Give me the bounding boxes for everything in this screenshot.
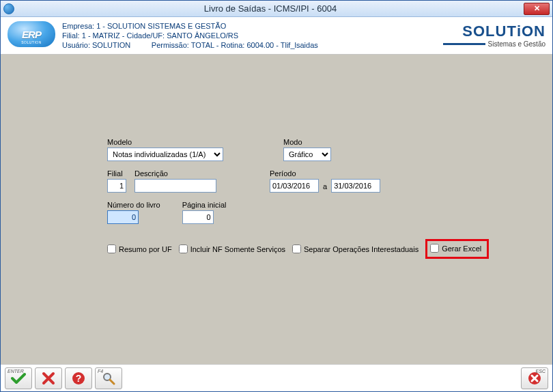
svg-line-3 [110, 380, 114, 384]
modo-select[interactable]: Gráfico [283, 148, 331, 161]
cancel-button[interactable] [35, 367, 62, 389]
form: Modelo Notas individualizadas (1/A) Modo… [107, 138, 503, 259]
numero-label: Número do livro [107, 201, 160, 209]
descricao-label: Descrição [134, 169, 216, 178]
enter-button[interactable]: ENTER [5, 367, 32, 389]
window-title: Livro de Saídas - ICMS/IPI - 6004 [17, 3, 524, 14]
x-icon [42, 372, 55, 385]
modelo-select[interactable]: Notas individualizadas (1/A) [107, 148, 223, 161]
incluir-nf-checkbox[interactable] [179, 244, 188, 253]
help-icon: ? [71, 371, 86, 386]
gerar-excel-checkbox[interactable] [430, 244, 439, 253]
pagina-label: Página inicial [182, 201, 227, 209]
user-line: Usuário: SOLUTION Permissão: TOTAL - Rot… [62, 40, 443, 50]
help-button[interactable]: ? [65, 367, 92, 389]
window-close-button[interactable]: ✕ [524, 3, 550, 15]
footer-toolbar: ENTER ? F4 ESC [1, 364, 552, 391]
gerar-excel-highlight: Gerar Excel [425, 239, 489, 259]
brand-name: SOLUTiON [443, 23, 545, 40]
search-button[interactable]: F4 [95, 367, 122, 389]
periodo-from-input[interactable] [270, 179, 319, 193]
app-window: Livro de Saídas - ICMS/IPI - 6004 ✕ ERPS… [0, 0, 553, 392]
checkbox-row: Resumo por UF Incluir NF Somente Serviço… [107, 239, 503, 259]
descricao-input[interactable] [134, 179, 216, 193]
resumo-uf-checkbox[interactable] [107, 244, 116, 253]
header-info: Empresa: 1 - SOLUTION SISTEMAS E GESTÃO … [62, 21, 443, 50]
company-line: Empresa: 1 - SOLUTION SISTEMAS E GESTÃO [62, 21, 443, 31]
pagina-input[interactable] [182, 210, 214, 224]
esc-button[interactable]: ESC [521, 367, 548, 389]
gerar-excel-check[interactable]: Gerar Excel [430, 244, 481, 253]
separar-op-checkbox[interactable] [292, 244, 301, 253]
workarea: Modelo Notas individualizadas (1/A) Modo… [1, 55, 552, 364]
periodo-separator: a [323, 181, 327, 191]
filial-label: Filial [107, 169, 126, 178]
periodo-label: Período [270, 169, 380, 178]
separar-op-check[interactable]: Separar Operações Interestaduais [292, 244, 419, 253]
periodo-to-input[interactable] [331, 179, 380, 193]
modelo-label: Modelo [107, 138, 223, 146]
header-bar: ERPSOLUTION Empresa: 1 - SOLUTION SISTEM… [1, 17, 552, 55]
branch-line: Filial: 1 - MATRIZ - Cidade/UF: SANTO ÂN… [62, 31, 443, 40]
app-icon [3, 3, 14, 14]
erp-logo: ERPSOLUTION [8, 21, 55, 47]
numero-input[interactable] [107, 210, 139, 224]
titlebar: Livro de Saídas - ICMS/IPI - 6004 ✕ [1, 1, 552, 17]
brand-tagline: Sistemas e Gestão [443, 40, 545, 48]
check-icon [11, 372, 26, 384]
resumo-uf-check[interactable]: Resumo por UF [107, 244, 172, 253]
incluir-nf-check[interactable]: Incluir NF Somente Serviços [179, 244, 285, 253]
solution-brand: SOLUTiON Sistemas e Gestão [443, 21, 545, 48]
filial-input[interactable] [107, 179, 126, 193]
magnifier-icon [102, 372, 115, 385]
svg-text:?: ? [76, 373, 82, 384]
modo-label: Modo [283, 138, 331, 146]
